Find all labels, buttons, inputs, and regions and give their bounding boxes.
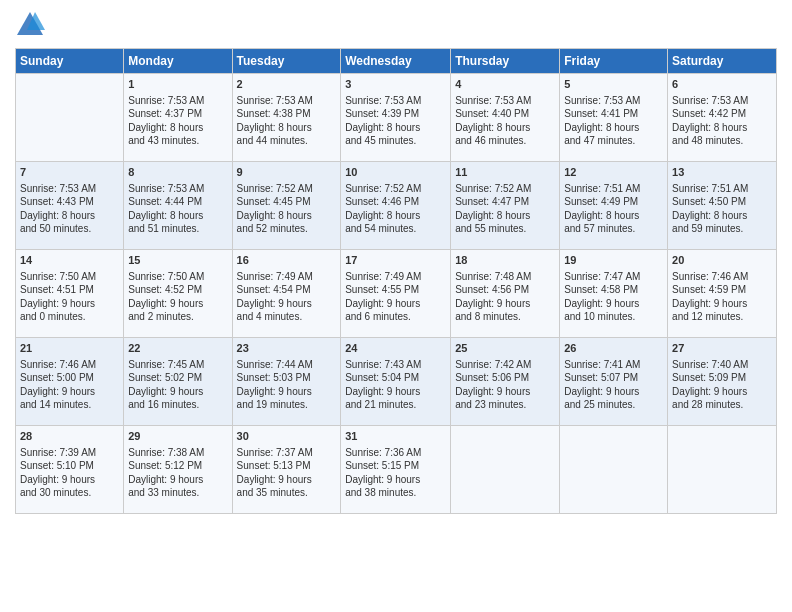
day-info: Sunrise: 7:36 AM Sunset: 5:15 PM Dayligh… (345, 446, 446, 500)
day-number: 18 (455, 253, 555, 268)
day-number: 31 (345, 429, 446, 444)
day-number: 21 (20, 341, 119, 356)
day-number: 11 (455, 165, 555, 180)
day-info: Sunrise: 7:45 AM Sunset: 5:02 PM Dayligh… (128, 358, 227, 412)
calendar-cell: 19Sunrise: 7:47 AM Sunset: 4:58 PM Dayli… (560, 250, 668, 338)
calendar-cell: 4Sunrise: 7:53 AM Sunset: 4:40 PM Daylig… (451, 74, 560, 162)
calendar-cell: 13Sunrise: 7:51 AM Sunset: 4:50 PM Dayli… (668, 162, 777, 250)
day-info: Sunrise: 7:46 AM Sunset: 5:00 PM Dayligh… (20, 358, 119, 412)
page: SundayMondayTuesdayWednesdayThursdayFrid… (0, 0, 792, 524)
logo (15, 10, 49, 40)
calendar-cell: 28Sunrise: 7:39 AM Sunset: 5:10 PM Dayli… (16, 426, 124, 514)
header-wednesday: Wednesday (341, 49, 451, 74)
day-info: Sunrise: 7:52 AM Sunset: 4:47 PM Dayligh… (455, 182, 555, 236)
calendar-cell: 21Sunrise: 7:46 AM Sunset: 5:00 PM Dayli… (16, 338, 124, 426)
day-info: Sunrise: 7:53 AM Sunset: 4:38 PM Dayligh… (237, 94, 337, 148)
day-number: 12 (564, 165, 663, 180)
header-thursday: Thursday (451, 49, 560, 74)
day-number: 28 (20, 429, 119, 444)
day-info: Sunrise: 7:49 AM Sunset: 4:55 PM Dayligh… (345, 270, 446, 324)
calendar-cell: 7Sunrise: 7:53 AM Sunset: 4:43 PM Daylig… (16, 162, 124, 250)
calendar-cell: 5Sunrise: 7:53 AM Sunset: 4:41 PM Daylig… (560, 74, 668, 162)
day-number: 27 (672, 341, 772, 356)
day-info: Sunrise: 7:52 AM Sunset: 4:45 PM Dayligh… (237, 182, 337, 236)
day-number: 29 (128, 429, 227, 444)
header-monday: Monday (124, 49, 232, 74)
calendar-cell: 27Sunrise: 7:40 AM Sunset: 5:09 PM Dayli… (668, 338, 777, 426)
calendar-cell: 1Sunrise: 7:53 AM Sunset: 4:37 PM Daylig… (124, 74, 232, 162)
day-info: Sunrise: 7:48 AM Sunset: 4:56 PM Dayligh… (455, 270, 555, 324)
calendar-cell: 6Sunrise: 7:53 AM Sunset: 4:42 PM Daylig… (668, 74, 777, 162)
calendar-cell: 17Sunrise: 7:49 AM Sunset: 4:55 PM Dayli… (341, 250, 451, 338)
day-number: 19 (564, 253, 663, 268)
day-info: Sunrise: 7:53 AM Sunset: 4:40 PM Dayligh… (455, 94, 555, 148)
calendar-week-4: 21Sunrise: 7:46 AM Sunset: 5:00 PM Dayli… (16, 338, 777, 426)
day-info: Sunrise: 7:40 AM Sunset: 5:09 PM Dayligh… (672, 358, 772, 412)
calendar-cell: 11Sunrise: 7:52 AM Sunset: 4:47 PM Dayli… (451, 162, 560, 250)
day-number: 3 (345, 77, 446, 92)
calendar-cell: 20Sunrise: 7:46 AM Sunset: 4:59 PM Dayli… (668, 250, 777, 338)
day-info: Sunrise: 7:46 AM Sunset: 4:59 PM Dayligh… (672, 270, 772, 324)
calendar-cell: 8Sunrise: 7:53 AM Sunset: 4:44 PM Daylig… (124, 162, 232, 250)
day-info: Sunrise: 7:50 AM Sunset: 4:52 PM Dayligh… (128, 270, 227, 324)
header-saturday: Saturday (668, 49, 777, 74)
day-number: 9 (237, 165, 337, 180)
calendar-cell: 23Sunrise: 7:44 AM Sunset: 5:03 PM Dayli… (232, 338, 341, 426)
day-number: 10 (345, 165, 446, 180)
day-info: Sunrise: 7:53 AM Sunset: 4:43 PM Dayligh… (20, 182, 119, 236)
logo-icon (15, 10, 45, 40)
day-number: 17 (345, 253, 446, 268)
calendar-week-1: 1Sunrise: 7:53 AM Sunset: 4:37 PM Daylig… (16, 74, 777, 162)
day-info: Sunrise: 7:49 AM Sunset: 4:54 PM Dayligh… (237, 270, 337, 324)
day-number: 13 (672, 165, 772, 180)
calendar-cell (451, 426, 560, 514)
day-number: 26 (564, 341, 663, 356)
day-info: Sunrise: 7:43 AM Sunset: 5:04 PM Dayligh… (345, 358, 446, 412)
day-info: Sunrise: 7:51 AM Sunset: 4:49 PM Dayligh… (564, 182, 663, 236)
day-number: 4 (455, 77, 555, 92)
calendar-cell: 14Sunrise: 7:50 AM Sunset: 4:51 PM Dayli… (16, 250, 124, 338)
day-info: Sunrise: 7:53 AM Sunset: 4:37 PM Dayligh… (128, 94, 227, 148)
day-info: Sunrise: 7:47 AM Sunset: 4:58 PM Dayligh… (564, 270, 663, 324)
calendar-cell: 9Sunrise: 7:52 AM Sunset: 4:45 PM Daylig… (232, 162, 341, 250)
day-number: 2 (237, 77, 337, 92)
day-number: 30 (237, 429, 337, 444)
day-number: 1 (128, 77, 227, 92)
day-info: Sunrise: 7:52 AM Sunset: 4:46 PM Dayligh… (345, 182, 446, 236)
day-number: 23 (237, 341, 337, 356)
calendar-cell: 15Sunrise: 7:50 AM Sunset: 4:52 PM Dayli… (124, 250, 232, 338)
header (15, 10, 777, 40)
day-number: 24 (345, 341, 446, 356)
header-friday: Friday (560, 49, 668, 74)
calendar-cell: 18Sunrise: 7:48 AM Sunset: 4:56 PM Dayli… (451, 250, 560, 338)
calendar-week-2: 7Sunrise: 7:53 AM Sunset: 4:43 PM Daylig… (16, 162, 777, 250)
calendar-cell: 12Sunrise: 7:51 AM Sunset: 4:49 PM Dayli… (560, 162, 668, 250)
calendar-table: SundayMondayTuesdayWednesdayThursdayFrid… (15, 48, 777, 514)
day-info: Sunrise: 7:53 AM Sunset: 4:42 PM Dayligh… (672, 94, 772, 148)
day-info: Sunrise: 7:42 AM Sunset: 5:06 PM Dayligh… (455, 358, 555, 412)
calendar-cell: 2Sunrise: 7:53 AM Sunset: 4:38 PM Daylig… (232, 74, 341, 162)
day-info: Sunrise: 7:44 AM Sunset: 5:03 PM Dayligh… (237, 358, 337, 412)
header-tuesday: Tuesday (232, 49, 341, 74)
day-number: 5 (564, 77, 663, 92)
day-info: Sunrise: 7:39 AM Sunset: 5:10 PM Dayligh… (20, 446, 119, 500)
day-info: Sunrise: 7:50 AM Sunset: 4:51 PM Dayligh… (20, 270, 119, 324)
calendar-cell: 22Sunrise: 7:45 AM Sunset: 5:02 PM Dayli… (124, 338, 232, 426)
day-number: 22 (128, 341, 227, 356)
day-number: 20 (672, 253, 772, 268)
calendar-cell: 3Sunrise: 7:53 AM Sunset: 4:39 PM Daylig… (341, 74, 451, 162)
day-number: 16 (237, 253, 337, 268)
day-number: 25 (455, 341, 555, 356)
calendar-cell: 30Sunrise: 7:37 AM Sunset: 5:13 PM Dayli… (232, 426, 341, 514)
day-info: Sunrise: 7:53 AM Sunset: 4:41 PM Dayligh… (564, 94, 663, 148)
day-info: Sunrise: 7:37 AM Sunset: 5:13 PM Dayligh… (237, 446, 337, 500)
day-number: 14 (20, 253, 119, 268)
calendar-week-5: 28Sunrise: 7:39 AM Sunset: 5:10 PM Dayli… (16, 426, 777, 514)
day-number: 6 (672, 77, 772, 92)
calendar-header-row: SundayMondayTuesdayWednesdayThursdayFrid… (16, 49, 777, 74)
calendar-cell: 16Sunrise: 7:49 AM Sunset: 4:54 PM Dayli… (232, 250, 341, 338)
calendar-cell: 29Sunrise: 7:38 AM Sunset: 5:12 PM Dayli… (124, 426, 232, 514)
calendar-cell (560, 426, 668, 514)
calendar-cell: 31Sunrise: 7:36 AM Sunset: 5:15 PM Dayli… (341, 426, 451, 514)
day-info: Sunrise: 7:41 AM Sunset: 5:07 PM Dayligh… (564, 358, 663, 412)
